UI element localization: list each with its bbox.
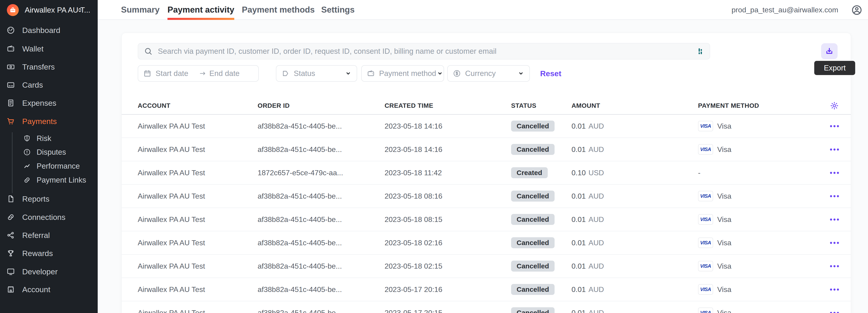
currency-filter[interactable]: Currency <box>447 65 530 82</box>
column-settings-gear-icon[interactable] <box>830 101 839 110</box>
user-email[interactable]: prod_pa_test_au@airwallex.com <box>732 0 838 20</box>
monitor-icon <box>6 267 15 276</box>
status-filter[interactable]: Status <box>276 65 357 82</box>
amount-currency: AUD <box>588 192 604 200</box>
sidebar-item-payment-links[interactable]: Payment Links <box>0 173 98 187</box>
cell-account: Airwallex PA AU Test <box>138 145 258 154</box>
date-range-picker[interactable]: Start date End date <box>138 65 259 82</box>
payment-method-name: Visa <box>717 239 732 247</box>
account-switcher[interactable]: Airwallex PA AU T... <box>0 0 98 20</box>
row-actions-kebab-icon[interactable] <box>830 288 839 290</box>
col-payment-method: PAYMENT METHOD <box>698 102 824 109</box>
cell-created-time: 2023-05-18 02:16 <box>384 239 511 247</box>
briefcase-icon <box>9 7 16 13</box>
amount-value: 0.01 <box>571 309 586 313</box>
table-row[interactable]: Airwallex PA AU Test af38b82a-451c-4405-… <box>122 278 851 301</box>
sidebar-item-disputes[interactable]: Disputes <box>0 145 98 159</box>
table-row[interactable]: Airwallex PA AU Test af38b82a-451c-4405-… <box>122 255 851 278</box>
cell-order-id: af38b82a-451c-4405-be... <box>258 239 384 247</box>
cell-created-time: 2023-05-18 02:15 <box>384 262 511 271</box>
col-created-time: CREATED TIME <box>384 102 511 109</box>
amount-currency: AUD <box>588 122 604 130</box>
sidebar-item-cards[interactable]: Cards <box>0 78 98 92</box>
cell-order-id: af38b82a-451c-4405-be... <box>258 192 384 200</box>
columns-icon[interactable] <box>695 47 705 56</box>
tab-payment-methods[interactable]: Payment methods <box>242 0 315 20</box>
amount-value: 0.01 <box>571 122 586 130</box>
row-actions-kebab-icon[interactable] <box>830 195 839 197</box>
table-row[interactable]: Airwallex PA AU Test af38b82a-451c-4405-… <box>122 231 851 255</box>
cell-order-id: af38b82a-451c-4405-be... <box>258 262 384 271</box>
amount-currency: AUD <box>588 239 604 247</box>
sidebar-item-developer[interactable]: Developer <box>0 264 98 279</box>
table-row[interactable]: Airwallex PA AU Test af38b82a-451c-4405-… <box>122 138 851 161</box>
status-badge: Cancelled <box>511 260 555 272</box>
row-actions-kebab-icon[interactable] <box>830 172 839 174</box>
amount-currency: AUD <box>588 309 604 313</box>
row-actions-kebab-icon[interactable] <box>830 312 839 313</box>
sidebar-item-connections[interactable]: Connections <box>0 210 98 224</box>
start-date-placeholder: Start date <box>156 69 188 78</box>
calendar-icon <box>143 69 151 77</box>
visa-logo: VISA <box>698 261 713 271</box>
cell-order-id: af38b82a-451c-4405-be... <box>258 122 384 130</box>
cell-order-id: 1872c657-e5ce-479c-aa... <box>258 168 384 177</box>
account-switch-chevrons-icon <box>77 0 83 20</box>
table-row[interactable]: Airwallex PA AU Test af38b82a-451c-4405-… <box>122 115 851 138</box>
cell-created-time: 2023-05-18 14:16 <box>384 122 511 130</box>
table-row[interactable]: Airwallex PA AU Test af38b82a-451c-4405-… <box>122 301 851 313</box>
search-bar[interactable] <box>138 43 710 60</box>
tab-settings[interactable]: Settings <box>321 0 354 20</box>
col-order-id: ORDER ID <box>258 102 384 109</box>
status-badge: Cancelled <box>511 214 555 225</box>
export-button[interactable] <box>821 43 838 59</box>
chain-icon <box>6 213 15 222</box>
sidebar-item-payments[interactable]: Payments <box>0 114 98 128</box>
airwallex-logo <box>7 4 19 16</box>
tab-summary[interactable]: Summary <box>121 0 160 20</box>
download-icon <box>825 47 834 56</box>
amount-currency: AUD <box>588 262 604 270</box>
payment-method-name: Visa <box>717 192 732 200</box>
row-actions-kebab-icon[interactable] <box>830 219 839 221</box>
cell-account: Airwallex PA AU Test <box>138 168 258 177</box>
cell-account: Airwallex PA AU Test <box>138 262 258 271</box>
amount-currency: AUD <box>588 285 604 293</box>
sidebar-item-referral[interactable]: Referral <box>0 228 98 242</box>
sidebar-item-transfers[interactable]: Transfers <box>0 60 98 74</box>
row-actions-kebab-icon[interactable] <box>830 125 839 127</box>
banknote-icon <box>6 62 15 71</box>
reset-filters-button[interactable]: Reset <box>540 65 561 82</box>
search-input[interactable] <box>158 47 695 56</box>
topbar: Summary Payment activity Payment methods… <box>98 0 868 20</box>
trophy-icon <box>6 249 15 258</box>
sidebar-item-reports[interactable]: Reports <box>0 192 98 206</box>
row-actions-kebab-icon[interactable] <box>830 242 839 244</box>
cell-created-time: 2023-05-18 08:15 <box>384 215 511 224</box>
sidebar-item-rewards[interactable]: Rewards <box>0 246 98 260</box>
col-status: STATUS <box>511 102 571 109</box>
sidebar-item-wallet[interactable]: Wallet <box>0 42 98 56</box>
sidebar-item-account[interactable]: Account <box>0 282 98 296</box>
row-actions-kebab-icon[interactable] <box>830 149 839 151</box>
visa-logo: VISA <box>698 121 713 131</box>
cell-order-id: af38b82a-451c-4405-be... <box>258 309 384 313</box>
sidebar-item-expenses[interactable]: Expenses <box>0 96 98 110</box>
payment-method-filter[interactable]: Payment method <box>361 65 444 82</box>
amount-currency: AUD <box>588 215 604 223</box>
sidebar-item-dashboard[interactable]: Dashboard <box>0 23 98 37</box>
arrow-right-icon <box>199 69 207 77</box>
table-row[interactable]: Airwallex PA AU Test 1872c657-e5ce-479c-… <box>122 161 851 185</box>
status-badge: Cancelled <box>511 284 555 295</box>
cell-created-time: 2023-05-17 20:16 <box>384 285 511 294</box>
table-row[interactable]: Airwallex PA AU Test af38b82a-451c-4405-… <box>122 185 851 208</box>
sidebar-item-performance[interactable]: Performance <box>0 159 98 173</box>
table-row[interactable]: Airwallex PA AU Test af38b82a-451c-4405-… <box>122 208 851 231</box>
row-actions-kebab-icon[interactable] <box>830 265 839 267</box>
visa-logo: VISA <box>698 238 713 248</box>
table-header: ACCOUNT ORDER ID CREATED TIME STATUS AMO… <box>122 97 851 115</box>
user-avatar-icon[interactable] <box>851 4 863 16</box>
tab-payment-activity[interactable]: Payment activity <box>167 0 234 20</box>
sidebar-item-risk[interactable]: Risk <box>0 131 98 145</box>
status-badge: Cancelled <box>511 237 555 248</box>
